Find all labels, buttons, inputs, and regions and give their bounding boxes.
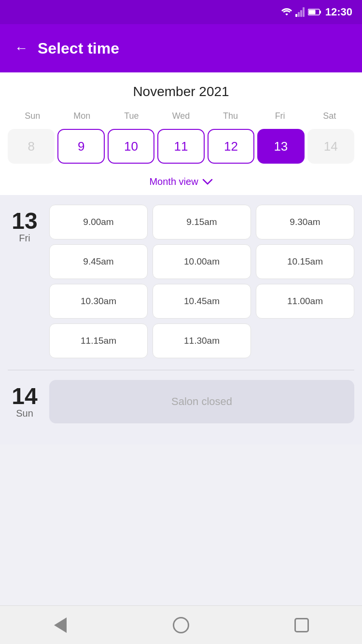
weekday-wed: Wed xyxy=(156,109,206,123)
day-group-14: 14 Sun Salon closed xyxy=(8,380,354,423)
time-section-13: 13 Fri 9.00am 9.15am 9.30am 9.45am 10.00… xyxy=(0,195,362,445)
svg-rect-0 xyxy=(295,14,297,17)
battery-icon xyxy=(308,8,321,16)
calendar-section: November 2021 Sun Mon Tue Wed Thu Fri Sa… xyxy=(0,72,362,195)
day-name-fri: Fri xyxy=(19,233,30,244)
svg-rect-3 xyxy=(303,7,305,17)
weekday-fri: Fri xyxy=(255,109,305,123)
svg-rect-5 xyxy=(320,11,321,14)
time-slot-1015am[interactable]: 10.15am xyxy=(256,244,354,279)
weekday-sat: Sat xyxy=(305,109,354,123)
signal-icon xyxy=(295,7,305,17)
time-slot-930am[interactable]: 9.30am xyxy=(256,205,354,239)
time-slot-1130am[interactable]: 11.30am xyxy=(153,323,251,358)
nav-back-button[interactable] xyxy=(48,613,72,637)
wifi-icon xyxy=(281,8,292,16)
day-8: 8 xyxy=(8,129,55,164)
svg-rect-2 xyxy=(300,10,302,17)
month-year-label: November 2021 xyxy=(8,84,354,99)
weekday-sun: Sun xyxy=(8,109,57,123)
svg-rect-1 xyxy=(298,12,300,17)
time-slot-900am[interactable]: 9.00am xyxy=(49,205,148,239)
svg-rect-6 xyxy=(308,10,315,14)
status-bar: 12:30 xyxy=(0,0,362,24)
section-divider xyxy=(8,370,354,370)
time-slot-1000am[interactable]: 10.00am xyxy=(153,244,251,279)
nav-home-button[interactable] xyxy=(169,613,193,637)
days-row: 8 9 10 11 12 13 14 xyxy=(8,129,354,164)
home-nav-icon xyxy=(173,617,189,633)
time-slot-1100am[interactable]: 11.00am xyxy=(256,284,354,319)
day-13[interactable]: 13 xyxy=(257,129,304,164)
weekday-thu: Thu xyxy=(206,109,255,123)
day-label-14: 14 Sun xyxy=(8,380,42,423)
time-slot-945am[interactable]: 9.45am xyxy=(49,244,148,279)
weekday-mon: Mon xyxy=(57,109,107,123)
time-slot-1115am[interactable]: 11.15am xyxy=(49,323,148,358)
weekday-headers: Sun Mon Tue Wed Thu Fri Sat xyxy=(8,109,354,123)
time-slot-1045am[interactable]: 10.45am xyxy=(153,284,251,319)
day-number-13: 13 xyxy=(12,210,37,233)
bottom-navigation xyxy=(0,605,362,644)
recents-nav-icon xyxy=(294,618,309,632)
scroll-area: November 2021 Sun Mon Tue Wed Thu Fri Sa… xyxy=(0,72,362,493)
chevron-down-icon xyxy=(202,179,213,185)
back-button[interactable]: ← xyxy=(14,41,28,56)
time-slots-grid-13: 9.00am 9.15am 9.30am 9.45am 10.00am 10.1… xyxy=(49,205,354,358)
time-slot-1030am[interactable]: 10.30am xyxy=(49,284,148,319)
back-nav-icon xyxy=(54,617,67,633)
status-icons xyxy=(281,7,321,17)
time-slot-915am[interactable]: 9.15am xyxy=(153,205,251,239)
salon-closed-message: Salon closed xyxy=(49,380,354,423)
page-title: Select time xyxy=(38,40,119,57)
day-11[interactable]: 11 xyxy=(157,129,204,164)
day-10[interactable]: 10 xyxy=(108,129,154,164)
status-time: 12:30 xyxy=(325,6,352,18)
month-view-label: Month view xyxy=(149,176,198,187)
weekday-tue: Tue xyxy=(107,109,156,123)
day-12[interactable]: 12 xyxy=(208,129,254,164)
day-number-14: 14 xyxy=(12,385,37,408)
day-name-sun: Sun xyxy=(16,408,33,419)
app-header: ← Select time xyxy=(0,24,362,72)
day-group-13: 13 Fri 9.00am 9.15am 9.30am 9.45am 10.00… xyxy=(8,205,354,358)
day-9[interactable]: 9 xyxy=(57,129,104,164)
day-14: 14 xyxy=(307,129,354,164)
day-label-13: 13 Fri xyxy=(8,205,42,358)
nav-recents-button[interactable] xyxy=(290,613,314,637)
month-view-toggle[interactable]: Month view xyxy=(8,171,354,189)
